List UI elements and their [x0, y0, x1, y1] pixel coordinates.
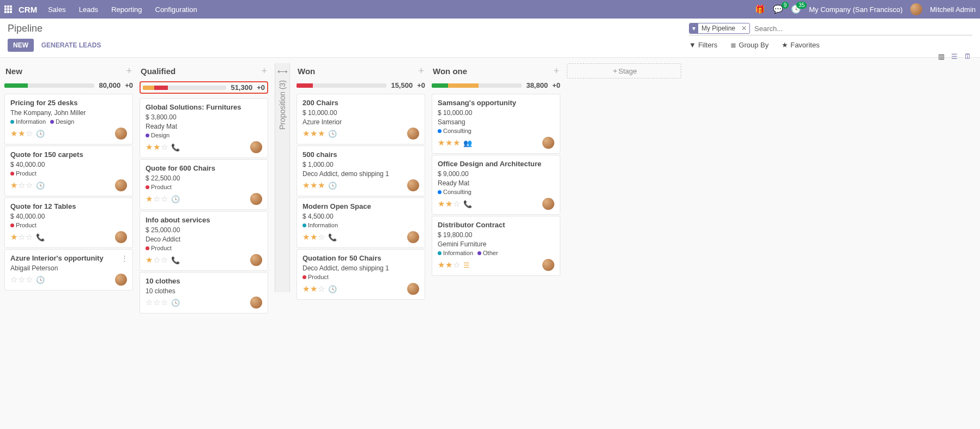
new-button[interactable]: NEW — [8, 39, 34, 52]
star-icon[interactable]: ★ — [310, 180, 317, 190]
kanban-card[interactable]: 200 Chairs $ 10,000.00Azure Interior ★★★… — [297, 94, 425, 144]
activity-icon[interactable]: 🕓35 — [791, 4, 801, 14]
priority-stars[interactable]: ★★☆ — [10, 129, 33, 138]
star-icon[interactable]: ☆ — [18, 232, 25, 242]
kanban-card[interactable]: Pricing for 25 desks The Kompany, John M… — [4, 94, 133, 144]
star-icon[interactable]: ☆ — [453, 199, 460, 209]
priority-stars[interactable]: ★★☆ — [438, 260, 460, 270]
kanban-card[interactable]: Info about services $ 25,000.00Deco Addi… — [140, 211, 268, 271]
card-avatar[interactable] — [407, 128, 419, 140]
priority-stars[interactable]: ★★★ — [303, 129, 325, 138]
card-more-icon[interactable]: ⋮ — [121, 254, 128, 262]
card-avatar[interactable] — [250, 297, 262, 309]
star-icon[interactable]: ☆ — [18, 275, 25, 285]
search-input[interactable] — [754, 25, 972, 33]
star-icon[interactable]: ☆ — [10, 275, 17, 285]
star-icon[interactable]: ★ — [303, 284, 310, 294]
priority-stars[interactable]: ★☆☆ — [146, 194, 168, 204]
card-avatar[interactable] — [115, 274, 127, 286]
star-icon[interactable]: ★ — [310, 129, 317, 138]
star-icon[interactable]: ★ — [445, 199, 452, 209]
star-icon[interactable]: ★ — [303, 129, 310, 138]
star-icon[interactable]: ★ — [303, 232, 310, 242]
card-avatar[interactable] — [407, 179, 419, 191]
star-icon[interactable]: ☆ — [318, 284, 325, 294]
star-icon[interactable]: ★ — [153, 142, 160, 152]
user-avatar[interactable] — [910, 3, 922, 15]
menu-configuration[interactable]: Configuration — [155, 5, 197, 14]
kanban-card[interactable]: 10 clothes 10 clothes ☆☆☆ 🕓 — [140, 272, 268, 313]
groupby-button[interactable]: ≣Group By — [730, 41, 769, 49]
card-avatar[interactable] — [407, 283, 419, 295]
kanban-card[interactable]: Samsang's opportunity $ 10,000.00Samsang… — [432, 94, 560, 154]
priority-stars[interactable]: ★★☆ — [438, 199, 460, 209]
kanban-card[interactable]: Quote for 12 Tables $ 40,000.00 Product … — [4, 197, 133, 248]
kanban-card[interactable]: Office Design and Architecture $ 9,000.0… — [432, 155, 560, 215]
list-view-icon[interactable]: ☰ — [949, 51, 959, 61]
priority-stars[interactable]: ☆☆☆ — [146, 298, 168, 307]
add-stage-button[interactable]: ＋ Stage — [567, 63, 681, 78]
star-icon[interactable]: ★ — [438, 260, 445, 270]
star-icon[interactable]: ★ — [10, 180, 17, 190]
star-icon[interactable]: ★ — [310, 284, 317, 294]
kanban-card[interactable]: Modern Open Space $ 4,500.00 Information… — [297, 197, 425, 248]
column-title[interactable]: New — [5, 67, 126, 76]
star-icon[interactable]: ★ — [310, 232, 317, 242]
gift-icon[interactable]: 🎁 — [755, 4, 765, 14]
search-facet[interactable]: ▾ My Pipeline ✕ — [689, 23, 750, 34]
column-add-icon[interactable]: + — [261, 65, 267, 77]
star-icon[interactable]: ☆ — [153, 255, 160, 265]
star-icon[interactable]: ☆ — [161, 142, 168, 152]
card-avatar[interactable] — [115, 179, 127, 191]
menu-leads[interactable]: Leads — [79, 5, 98, 14]
column-title[interactable]: Qualified — [141, 67, 261, 76]
column-title[interactable]: Won one — [433, 67, 553, 76]
star-icon[interactable]: ★ — [303, 180, 310, 190]
kanban-card[interactable]: Quotation for 50 Chairs Deco Addict, dem… — [297, 249, 425, 300]
facet-close-icon[interactable]: ✕ — [739, 23, 749, 33]
search-bar[interactable]: ▾ My Pipeline ✕ — [689, 23, 972, 35]
star-icon[interactable]: ★ — [438, 138, 445, 148]
star-icon[interactable]: ★ — [10, 232, 17, 242]
priority-stars[interactable]: ★☆☆ — [146, 255, 168, 265]
star-icon[interactable]: ☆ — [26, 275, 33, 285]
star-icon[interactable]: ★ — [445, 138, 452, 148]
filters-button[interactable]: ▼Filters — [689, 41, 717, 49]
star-icon[interactable]: ☆ — [153, 194, 160, 204]
kanban-column-folded[interactable]: ⟷ Proposition (3) — [275, 63, 290, 292]
card-avatar[interactable] — [250, 141, 262, 153]
column-title[interactable]: Won — [298, 67, 418, 76]
priority-stars[interactable]: ★☆☆ — [10, 232, 33, 242]
column-add-icon[interactable]: + — [553, 65, 559, 77]
column-add-icon[interactable]: + — [126, 65, 132, 77]
card-avatar[interactable] — [115, 128, 127, 140]
star-icon[interactable]: ☆ — [146, 298, 153, 307]
column-add-icon[interactable]: + — [418, 65, 424, 77]
kanban-view-icon[interactable]: ▥ — [936, 51, 946, 61]
star-icon[interactable]: ★ — [318, 180, 325, 190]
priority-stars[interactable]: ★★★ — [303, 180, 325, 190]
star-icon[interactable]: ★ — [146, 194, 153, 204]
favorites-button[interactable]: ★Favorites — [782, 41, 819, 49]
card-avatar[interactable] — [115, 231, 127, 243]
user-name[interactable]: Mitchell Admin — [930, 5, 976, 14]
kanban-card[interactable]: Distributor Contract $ 19,800.00Gemini F… — [432, 216, 560, 276]
star-icon[interactable]: ★ — [318, 129, 325, 138]
kanban-card[interactable]: Quote for 600 Chairs $ 22,500.00 Product… — [140, 159, 268, 210]
star-icon[interactable]: ★ — [453, 138, 460, 148]
star-icon[interactable]: ☆ — [161, 255, 168, 265]
priority-stars[interactable]: ☆☆☆ — [10, 275, 33, 285]
star-icon[interactable]: ☆ — [453, 260, 460, 270]
star-icon[interactable]: ★ — [10, 129, 17, 138]
expand-icon[interactable]: ⟷ — [277, 68, 288, 76]
card-avatar[interactable] — [407, 231, 419, 243]
star-icon[interactable]: ★ — [18, 129, 25, 138]
star-icon[interactable]: ☆ — [318, 232, 325, 242]
star-icon[interactable]: ☆ — [26, 232, 33, 242]
star-icon[interactable]: ☆ — [26, 180, 33, 190]
star-icon[interactable]: ★ — [438, 199, 445, 209]
card-avatar[interactable] — [542, 259, 554, 271]
star-icon[interactable]: ☆ — [153, 298, 160, 307]
priority-stars[interactable]: ★☆☆ — [10, 180, 33, 190]
priority-stars[interactable]: ★★☆ — [303, 232, 325, 242]
